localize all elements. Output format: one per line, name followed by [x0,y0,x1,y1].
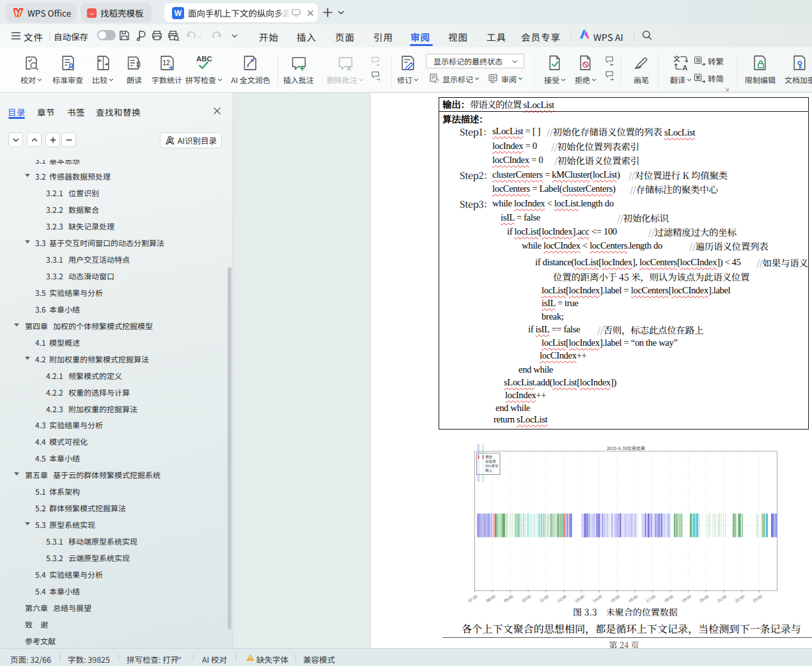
svg-text:20:00: 20:00 [699,594,710,603]
svg-text:10:00: 10:00 [520,594,531,603]
svg-text:15:00: 15:00 [610,594,621,603]
svg-text:13:00: 13:00 [574,594,585,603]
svg-text:08:00: 08:00 [485,594,496,603]
svg-text:07:00: 07:00 [467,594,478,603]
svg-text:11:00: 11:00 [539,594,550,603]
svg-text:路上: 路上 [485,468,493,473]
svg-text:17:00: 17:00 [645,594,656,603]
svg-text:19:00: 19:00 [681,594,692,603]
svg-text:14:00: 14:00 [592,594,603,603]
svg-text:16:00: 16:00 [627,594,638,603]
svg-text:2015-6-30位置结果: 2015-6-30位置结果 [607,445,645,451]
svg-text:09:00: 09:00 [503,594,514,603]
svg-text:12:00: 12:00 [556,594,567,603]
svg-text:21:00: 21:00 [716,594,727,603]
svg-text:23:00: 23:00 [752,594,763,603]
svg-text:22:00: 22:00 [734,594,745,603]
svg-text:18:00: 18:00 [663,594,674,603]
